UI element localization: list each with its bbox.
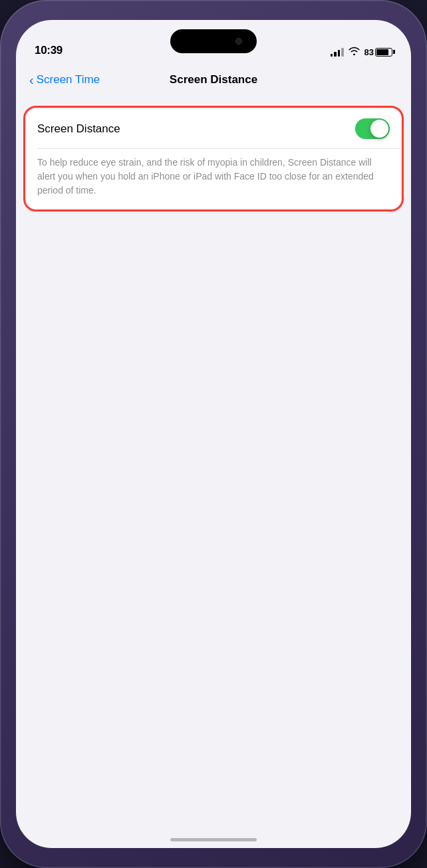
screen-distance-card: Screen Distance To help reduce eye strai… (27, 109, 400, 208)
navigation-bar: ‹ Screen Time Screen Distance (16, 63, 411, 97)
home-indicator[interactable] (170, 838, 257, 841)
signal-bar-3 (338, 50, 341, 57)
signal-bar-2 (334, 52, 337, 57)
signal-bar-4 (341, 48, 344, 57)
screen-distance-toggle[interactable] (355, 118, 390, 139)
battery-percent: 83 (364, 47, 374, 57)
wifi-icon (349, 47, 360, 57)
back-button[interactable]: ‹ Screen Time (29, 73, 100, 86)
battery-icon (375, 48, 392, 57)
toggle-label: Screen Distance (37, 122, 120, 136)
page-title: Screen Distance (170, 73, 257, 86)
signal-icon (331, 47, 344, 57)
battery-fill (376, 49, 388, 55)
status-time: 10:39 (35, 44, 63, 57)
status-icons: 83 (331, 47, 392, 57)
back-chevron-icon: ‹ (29, 73, 34, 86)
content-area: Screen Distance To help reduce eye strai… (16, 97, 411, 848)
front-camera (235, 38, 242, 45)
back-label: Screen Time (37, 73, 100, 86)
setting-description: To help reduce eye strain, and the risk … (27, 149, 400, 208)
battery-indicator: 83 (364, 47, 392, 57)
phone-frame: 10:39 83 (0, 0, 427, 868)
signal-bar-1 (331, 54, 333, 57)
toggle-knob (370, 120, 388, 138)
dynamic-island (170, 29, 257, 53)
phone-screen: 10:39 83 (16, 20, 411, 848)
toggle-row: Screen Distance (27, 109, 400, 148)
